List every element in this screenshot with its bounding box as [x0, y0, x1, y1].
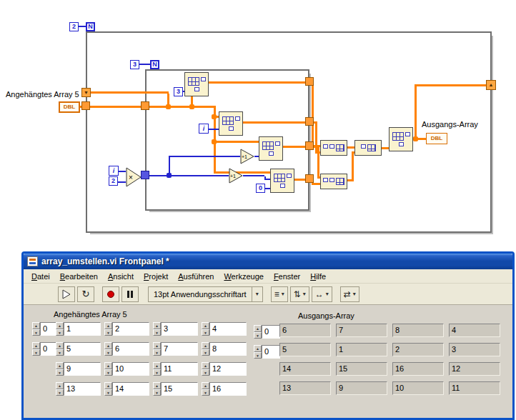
menu-projekt[interactable]: Projekt [139, 270, 173, 283]
numeric-value-field[interactable]: 12 [209, 362, 247, 376]
outer-count-constant[interactable]: 2 [69, 22, 79, 31]
decrement-arrow-icon[interactable]: ▼ [153, 369, 161, 376]
increment-arrow-icon[interactable]: ▲ [104, 362, 112, 369]
increment-decrement-spinner[interactable]: ▲▼ [153, 322, 161, 336]
array-element-control[interactable]: ▲▼8 [202, 342, 250, 362]
decrement-arrow-icon[interactable]: ▼ [254, 332, 262, 339]
increment-decrement-spinner[interactable]: ▲▼ [202, 322, 209, 336]
array-element-control[interactable]: ▲▼10 [104, 362, 153, 382]
decrement-arrow-icon[interactable]: ▼ [202, 389, 209, 396]
inner-count-constant[interactable]: 3 [130, 60, 139, 69]
increment-arrow-icon[interactable]: ▲ [153, 342, 161, 349]
input-array-terminal[interactable]: DBL [59, 101, 80, 113]
decrement-arrow-icon[interactable]: ▼ [202, 349, 209, 356]
index-constant-0[interactable]: 0 [256, 184, 265, 193]
outer-loop-n-terminal[interactable]: N [86, 22, 95, 31]
align-objects-dropdown[interactable]: ≡ ▾ [271, 286, 288, 302]
menu-fenster[interactable]: Fenster [269, 270, 305, 283]
menu-ausfuehren[interactable]: Ausführen [173, 270, 219, 283]
numeric-value-field[interactable]: 3 [161, 322, 198, 336]
output-array-terminal[interactable]: DBL [426, 133, 447, 144]
output-index-control-row[interactable]: ▲▼ 0 [254, 325, 280, 339]
increment-arrow-icon[interactable]: ▲ [56, 362, 64, 369]
array-element-control[interactable]: ▲▼9 [56, 362, 104, 382]
array-element-control[interactable]: ▲▼14 [104, 382, 153, 402]
increment-arrow-icon[interactable]: ▲ [153, 322, 161, 329]
index-value-field[interactable]: 0 [262, 345, 280, 359]
array-element-control[interactable]: ▲▼5 [56, 342, 104, 362]
numeric-value-field[interactable]: 16 [209, 382, 247, 396]
decrement-arrow-icon[interactable]: ▼ [56, 369, 64, 376]
multiplier-constant[interactable]: 2 [109, 176, 118, 186]
increment-arrow-icon[interactable]: ▲ [104, 322, 112, 329]
increment-decrement-spinner[interactable]: ▲▼ [56, 362, 64, 376]
increment-decrement-spinner[interactable]: ▲▼ [56, 382, 64, 396]
array-element-control[interactable]: ▲▼15 [153, 382, 202, 402]
increment-arrow-icon[interactable]: ▲ [56, 342, 64, 349]
array-element-control[interactable]: ▲▼7 [153, 342, 202, 362]
combine-array-node[interactable] [354, 140, 382, 156]
decrement-arrow-icon[interactable]: ▼ [104, 349, 112, 356]
increment-arrow-icon[interactable]: ▲ [56, 322, 64, 329]
build-array-node-1[interactable] [320, 140, 347, 156]
decrement-arrow-icon[interactable]: ▼ [56, 349, 64, 356]
menu-datei[interactable]: Datei [26, 270, 55, 283]
increment-arrow-icon[interactable]: ▲ [153, 362, 161, 369]
increment-function-upper[interactable]: +1 [240, 149, 254, 164]
index-array-node-2[interactable] [219, 111, 243, 136]
output-index-control-column[interactable]: ▲▼ 0 [254, 345, 280, 359]
array-element-control[interactable]: ▲▼12 [202, 362, 250, 382]
decrement-arrow-icon[interactable]: ▼ [254, 352, 262, 359]
increment-arrow-icon[interactable]: ▲ [104, 342, 112, 349]
array-element-control[interactable]: ▲▼3 [153, 322, 202, 342]
numeric-value-field[interactable]: 1 [64, 322, 101, 336]
increment-decrement-spinner[interactable]: ▲▼ [202, 382, 209, 396]
reshape-array-node[interactable] [389, 127, 413, 151]
menu-werkzeuge[interactable]: Werkzeuge [219, 270, 268, 283]
increment-arrow-icon[interactable]: ▲ [202, 362, 209, 369]
input-index-control-row[interactable]: ▲▼ 0 [32, 322, 59, 336]
array-element-control[interactable]: ▲▼4 [202, 322, 250, 342]
decrement-arrow-icon[interactable]: ▼ [32, 349, 40, 356]
increment-decrement-spinner[interactable]: ▲▼ [104, 342, 112, 356]
index-array-node-1[interactable] [184, 72, 209, 96]
decrement-arrow-icon[interactable]: ▼ [202, 369, 209, 376]
multiply-function[interactable]: × [126, 167, 142, 187]
index-spinner[interactable]: ▲▼ [254, 345, 262, 359]
menu-ansicht[interactable]: Ansicht [103, 270, 139, 283]
increment-arrow-icon[interactable]: ▲ [32, 322, 40, 329]
numeric-value-field[interactable]: 2 [112, 322, 149, 336]
decrement-arrow-icon[interactable]: ▼ [202, 329, 209, 336]
build-array-node-2[interactable] [320, 174, 347, 189]
pause-button[interactable] [121, 286, 139, 302]
index-array-node-3[interactable] [259, 136, 283, 161]
increment-arrow-icon[interactable]: ▲ [254, 345, 262, 352]
array-element-control[interactable]: ▲▼6 [104, 342, 153, 362]
decrement-arrow-icon[interactable]: ▼ [104, 329, 112, 336]
index-spinner[interactable]: ▲▼ [254, 325, 262, 339]
increment-decrement-spinner[interactable]: ▲▼ [104, 382, 112, 396]
array-element-control[interactable]: ▲▼16 [202, 382, 250, 402]
increment-arrow-icon[interactable]: ▲ [254, 325, 262, 332]
increment-decrement-spinner[interactable]: ▲▼ [56, 322, 64, 336]
run-button[interactable] [58, 286, 75, 302]
array-element-control[interactable]: ▲▼11 [153, 362, 202, 382]
numeric-value-field[interactable]: 15 [161, 382, 198, 396]
increment-arrow-icon[interactable]: ▲ [202, 342, 209, 349]
increment-decrement-spinner[interactable]: ▲▼ [153, 342, 161, 356]
outer-iteration-terminal[interactable]: i [109, 166, 119, 176]
increment-arrow-icon[interactable]: ▲ [56, 382, 64, 389]
increment-decrement-spinner[interactable]: ▲▼ [104, 362, 112, 376]
decrement-arrow-icon[interactable]: ▼ [56, 329, 64, 336]
numeric-value-field[interactable]: 9 [64, 362, 101, 376]
menu-hilfe[interactable]: Hilfe [305, 270, 331, 283]
numeric-value-field[interactable]: 13 [64, 382, 101, 396]
index-constant-3[interactable]: 3 [174, 87, 183, 96]
array-element-control[interactable]: ▲▼13 [56, 382, 104, 402]
increment-decrement-spinner[interactable]: ▲▼ [153, 362, 161, 376]
resize-objects-dropdown[interactable]: ↔ ▾ [312, 286, 332, 302]
abort-button[interactable] [102, 286, 119, 302]
numeric-value-field[interactable]: 6 [112, 342, 149, 356]
font-selector[interactable]: 13pt Anwendungsschriftart ▾ [148, 286, 263, 302]
numeric-value-field[interactable]: 4 [209, 322, 247, 336]
